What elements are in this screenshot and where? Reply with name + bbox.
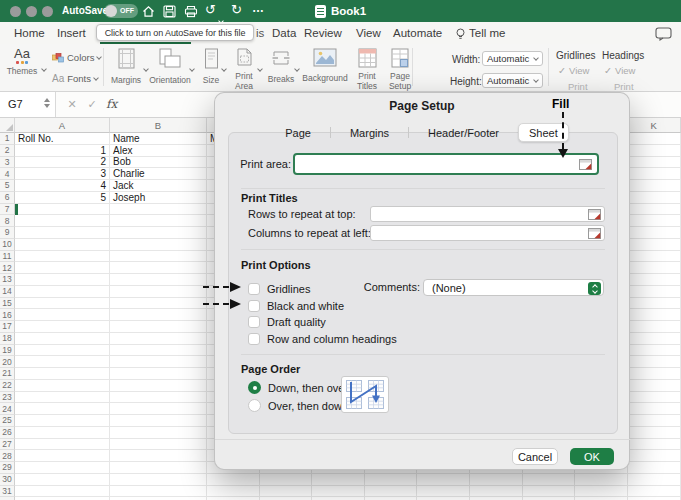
cell-A28[interactable]	[15, 450, 110, 462]
cell-K18[interactable]	[628, 333, 681, 345]
cell-K5[interactable]	[628, 180, 681, 192]
cell-K23[interactable]	[628, 392, 681, 404]
cell-K30[interactable]	[628, 474, 681, 486]
draft-quality-checkbox[interactable]	[248, 316, 260, 328]
headings-view-checkbox[interactable]: ✓ View	[604, 65, 635, 76]
cell-B7[interactable]	[110, 204, 207, 216]
row-header-20[interactable]: 20	[0, 356, 15, 368]
cell-K2[interactable]	[628, 145, 681, 157]
cell-B24[interactable]	[110, 403, 207, 415]
tab-data[interactable]: Data	[272, 22, 296, 44]
undo-icon[interactable]: ↺	[205, 3, 216, 17]
cell-B5[interactable]: Jack	[110, 180, 207, 192]
height-select[interactable]: Automatic	[482, 73, 543, 88]
cell-B31[interactable]	[110, 486, 207, 498]
cell-A14[interactable]	[15, 286, 110, 298]
cell-B12[interactable]	[110, 262, 207, 274]
cell-A6[interactable]: 5	[15, 192, 110, 204]
cell-A20[interactable]	[15, 356, 110, 368]
cell-A24[interactable]	[15, 403, 110, 415]
ok-button[interactable]: OK	[570, 448, 614, 465]
row-header-3[interactable]: 3	[0, 157, 15, 169]
themes-button[interactable]: Aa Themes	[4, 47, 40, 76]
cell-A8[interactable]	[15, 215, 110, 227]
cell-A22[interactable]	[15, 380, 110, 392]
cell-J31[interactable]	[575, 486, 628, 498]
row-header-22[interactable]: 22	[0, 380, 15, 392]
row-header-17[interactable]: 17	[0, 321, 15, 333]
column-header-K[interactable]: K	[628, 118, 681, 133]
row-header-6[interactable]: 6	[0, 192, 15, 204]
cell-D30[interactable]	[260, 474, 313, 486]
comments-panel-icon[interactable]	[655, 27, 672, 45]
tab-tell-me[interactable]: Tell me	[469, 22, 505, 44]
row-header-30[interactable]: 30	[0, 474, 15, 486]
row-header-19[interactable]: 19	[0, 345, 15, 357]
cell-B9[interactable]	[110, 227, 207, 239]
cell-K22[interactable]	[628, 380, 681, 392]
cell-K4[interactable]	[628, 168, 681, 180]
row-header-29[interactable]: 29	[0, 462, 15, 474]
cell-K11[interactable]	[628, 251, 681, 263]
more-toolbar-commands-icon[interactable]: …	[252, 1, 265, 15]
cell-G31[interactable]	[417, 486, 470, 498]
cell-K6[interactable]	[628, 192, 681, 204]
cell-K8[interactable]	[628, 215, 681, 227]
row-header-25[interactable]: 25	[0, 415, 15, 427]
breaks-chevron-icon[interactable]	[295, 57, 299, 75]
cell-K27[interactable]	[628, 439, 681, 451]
cell-A4[interactable]: 3	[15, 168, 110, 180]
gridlines-view-checkbox[interactable]: ✓ View	[558, 65, 589, 76]
cell-F31[interactable]	[365, 486, 418, 498]
cell-A1[interactable]: Roll No.	[15, 133, 110, 145]
themes-chevron-icon[interactable]	[42, 57, 46, 75]
cell-F30[interactable]	[365, 474, 418, 486]
tab-insert[interactable]: Insert	[57, 22, 86, 44]
row-header-15[interactable]: 15	[0, 298, 15, 310]
cell-B1[interactable]: Name	[110, 133, 207, 145]
cell-B13[interactable]	[110, 274, 207, 286]
row-col-headings-checkbox[interactable]	[248, 333, 260, 345]
row-header-9[interactable]: 9	[0, 227, 15, 239]
orientation-button[interactable]: Orientation	[148, 48, 192, 85]
dialog-tab-margins[interactable]: Margins	[340, 124, 399, 141]
cell-K1[interactable]	[628, 133, 681, 145]
cell-G30[interactable]	[417, 474, 470, 486]
row-header-2[interactable]: 2	[0, 145, 15, 157]
close-window-button[interactable]	[10, 6, 21, 17]
cell-K24[interactable]	[628, 403, 681, 415]
autosave-toggle[interactable]: OFF	[104, 4, 138, 18]
row-header-14[interactable]: 14	[0, 286, 15, 298]
cell-K20[interactable]	[628, 356, 681, 368]
dialog-tab-header-footer[interactable]: Header/Footer	[418, 124, 509, 141]
cell-B17[interactable]	[110, 321, 207, 333]
cancel-entry-icon[interactable]: ✕	[64, 92, 80, 117]
cell-A19[interactable]	[15, 345, 110, 357]
cell-B3[interactable]: Bob	[110, 157, 207, 169]
over-then-down-radio[interactable]	[248, 399, 261, 412]
cell-D31[interactable]	[260, 486, 313, 498]
tab-review[interactable]: Review	[304, 22, 342, 44]
cell-B6[interactable]: Joseph	[110, 192, 207, 204]
cell-A5[interactable]: 4	[15, 180, 110, 192]
cell-A17[interactable]	[15, 321, 110, 333]
row-header-16[interactable]: 16	[0, 309, 15, 321]
tab-home[interactable]: Home	[14, 22, 45, 44]
range-selector-icon[interactable]	[588, 228, 601, 241]
cols-repeat-input[interactable]	[370, 225, 605, 241]
cell-B21[interactable]	[110, 368, 207, 380]
cell-J30[interactable]	[575, 474, 628, 486]
cell-K28[interactable]	[628, 450, 681, 462]
cell-C30[interactable]	[207, 474, 260, 486]
range-selector-icon[interactable]	[588, 209, 601, 222]
fonts-button[interactable]: Aa Fonts	[52, 73, 98, 84]
row-header-11[interactable]: 11	[0, 251, 15, 263]
name-box-stepper[interactable]	[44, 98, 50, 108]
print-area-chevron-icon[interactable]	[258, 57, 262, 75]
cell-B30[interactable]	[110, 474, 207, 486]
select-all-corner[interactable]	[0, 118, 15, 133]
cell-B29[interactable]	[110, 462, 207, 474]
headings-print-checkbox[interactable]: Print	[614, 81, 634, 92]
save-icon[interactable]	[163, 4, 176, 22]
row-header-24[interactable]: 24	[0, 403, 15, 415]
